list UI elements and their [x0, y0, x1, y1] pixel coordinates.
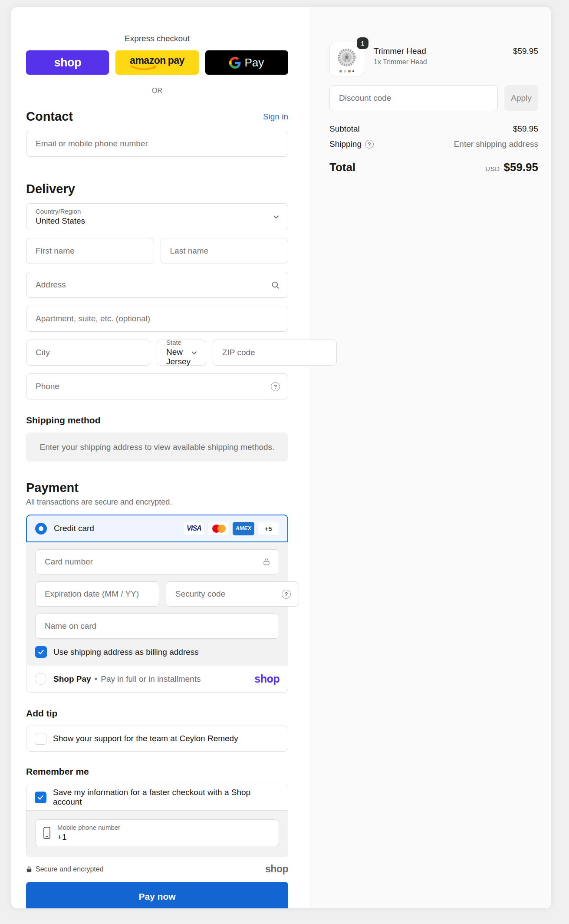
- remember-me-checkbox[interactable]: [35, 792, 46, 803]
- lock-icon: [26, 866, 32, 873]
- or-divider: OR: [26, 87, 288, 95]
- zip-input[interactable]: [222, 348, 329, 357]
- pay-now-button[interactable]: Pay now: [26, 882, 288, 908]
- apply-discount-button[interactable]: Apply: [504, 85, 538, 111]
- order-summary-column: 1 Trimmer Head 1x Trimmer Head $59.95 Ap…: [310, 7, 551, 908]
- card-badges: VISA AMEX +5: [183, 522, 279, 535]
- shipping-method-notice: Enter your shipping address to view avai…: [26, 432, 288, 462]
- amazon-logo-word: amazon: [130, 55, 166, 66]
- secure-encrypted-label: Secure and encrypted: [36, 865, 104, 873]
- lock-icon: [262, 558, 271, 566]
- mobile-phone-icon: [43, 826, 51, 839]
- shipping-label: Shipping: [329, 139, 362, 149]
- security-code-input[interactable]: [175, 589, 282, 599]
- first-name-field-wrap: [26, 238, 154, 264]
- last-name-field-wrap: [161, 238, 289, 264]
- tip-label: Show your support for the team at Ceylon…: [53, 734, 238, 743]
- credit-card-option[interactable]: Credit card VISA AMEX +5: [26, 515, 288, 542]
- radio-unselected-icon[interactable]: [35, 673, 46, 685]
- tip-checkbox[interactable]: [35, 733, 46, 745]
- email-input[interactable]: [36, 139, 280, 148]
- total-label: Total: [329, 161, 355, 174]
- chevron-down-icon: [191, 349, 198, 356]
- checkmark-icon: [37, 648, 45, 656]
- state-label: State: [166, 339, 191, 346]
- country-value: United States: [36, 216, 273, 226]
- billing-address-label: Use shipping address as billing address: [53, 647, 199, 657]
- google-g-icon: [229, 57, 241, 69]
- shipping-method-heading: Shipping method: [26, 415, 288, 426]
- discount-code-input[interactable]: [339, 93, 490, 103]
- shop-pay-description: Pay in full or in installments: [101, 674, 201, 684]
- search-icon: [271, 280, 280, 290]
- shop-pay-label: Shop Pay: [53, 674, 91, 684]
- express-checkout-title: Express checkout: [26, 34, 288, 43]
- mobile-phone-label: Mobile phone number: [57, 824, 120, 831]
- checkmark-icon: [37, 794, 44, 801]
- amazon-smile-icon: [131, 65, 160, 70]
- name-on-card-input[interactable]: [45, 621, 271, 631]
- radio-selected-icon[interactable]: [35, 523, 47, 535]
- city-field-wrap: [26, 340, 150, 366]
- mobile-phone-value: +1: [57, 832, 120, 842]
- currency-code: USD: [485, 165, 500, 172]
- gpay-label: Pay: [244, 56, 264, 69]
- security-code-help-icon[interactable]: ?: [282, 590, 291, 599]
- shop-pay-option[interactable]: Shop Pay • Pay in full or in installment…: [26, 666, 288, 693]
- subtotal-row: Subtotal $59.95: [329, 124, 538, 134]
- phone-help-icon[interactable]: ?: [271, 382, 280, 391]
- billing-address-checkbox[interactable]: [35, 646, 47, 658]
- quantity-badge: 1: [357, 37, 368, 49]
- sign-in-link[interactable]: Sign in: [263, 112, 288, 122]
- shipping-row: Shipping ? Enter shipping address: [329, 139, 538, 149]
- shop-logo: shop: [54, 56, 81, 69]
- last-name-input[interactable]: [170, 246, 280, 256]
- credit-card-panel: ? Use shipping address as billing addres…: [26, 542, 288, 666]
- delivery-heading: Delivery: [26, 182, 288, 196]
- city-input[interactable]: [36, 348, 142, 357]
- divider-line: [170, 91, 288, 91]
- shop-logo: shop: [254, 673, 280, 685]
- shipping-help-icon[interactable]: ?: [365, 140, 374, 148]
- amazon-pay-express-button[interactable]: amazonpay: [115, 50, 198, 75]
- expiration-field-wrap: [35, 581, 159, 607]
- variant-dots: [339, 70, 354, 73]
- line-item-row: 1 Trimmer Head 1x Trimmer Head $59.95: [329, 42, 538, 76]
- state-select[interactable]: State New Jersey: [157, 340, 206, 366]
- subtotal-label: Subtotal: [329, 124, 360, 134]
- total-value: $59.95: [503, 161, 538, 174]
- separator-dot: •: [95, 674, 98, 684]
- contact-heading: Contact: [26, 109, 73, 124]
- product-price: $59.95: [513, 42, 538, 76]
- express-buttons-row: shop amazonpay: [26, 50, 288, 75]
- shipping-value: Enter shipping address: [454, 139, 538, 149]
- apartment-input[interactable]: [36, 314, 280, 323]
- phone-input[interactable]: [36, 382, 271, 391]
- amazon-pay-logo: amazonpay: [130, 55, 184, 70]
- shop-logo: shop: [265, 863, 288, 875]
- card-number-input[interactable]: [45, 557, 262, 567]
- state-value: New Jersey: [166, 347, 191, 366]
- remember-me-label: Save my information for a faster checkou…: [53, 788, 280, 807]
- first-name-input[interactable]: [36, 246, 146, 256]
- phone-field-wrap: ?: [26, 373, 288, 399]
- mobile-phone-field[interactable]: Mobile phone number +1: [35, 819, 279, 846]
- address-field-wrap: [26, 272, 288, 298]
- name-on-card-field-wrap: [35, 614, 279, 639]
- apartment-field-wrap: [26, 306, 288, 332]
- shop-pay-express-button[interactable]: shop: [26, 50, 109, 75]
- checkout-card: Express checkout shop amazonpay: [11, 7, 551, 908]
- total-row: Total USD $59.95: [329, 161, 538, 174]
- address-input[interactable]: [36, 280, 271, 290]
- zip-field-wrap: [213, 340, 337, 366]
- google-pay-express-button[interactable]: Pay: [205, 50, 288, 75]
- remember-me-heading: Remember me: [26, 766, 288, 777]
- security-code-field-wrap: ?: [166, 581, 299, 607]
- expiration-input[interactable]: [45, 589, 151, 599]
- trimmer-head-image: [335, 47, 358, 69]
- divider-line: [26, 91, 144, 91]
- product-variant: 1x Trimmer Head: [374, 58, 503, 66]
- amazon-pay-word: pay: [168, 55, 184, 66]
- payment-heading: Payment: [26, 481, 288, 495]
- country-select[interactable]: Country/Region United States: [26, 203, 288, 230]
